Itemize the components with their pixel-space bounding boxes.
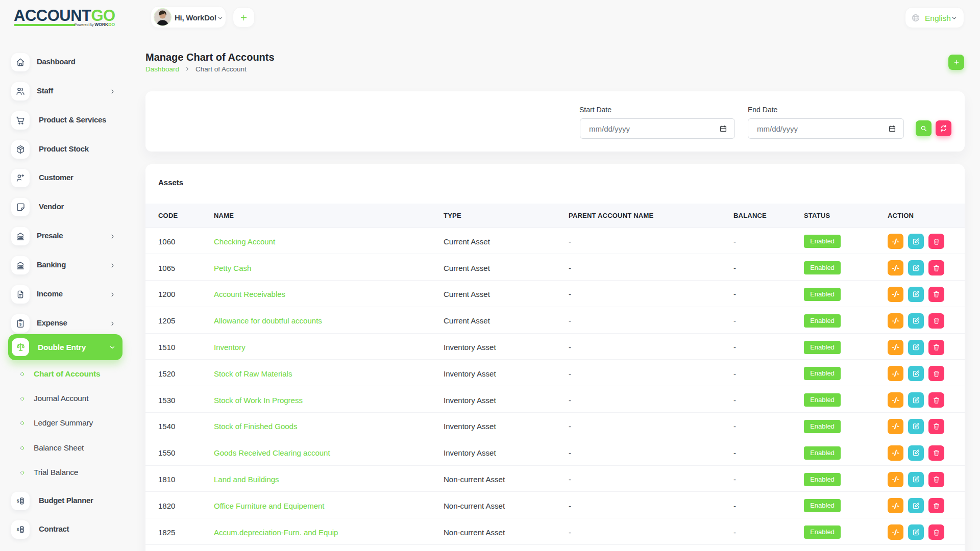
svg-text:$: $ xyxy=(19,322,22,327)
svg-text:$: $ xyxy=(17,527,19,532)
svg-text:$: $ xyxy=(17,498,19,504)
